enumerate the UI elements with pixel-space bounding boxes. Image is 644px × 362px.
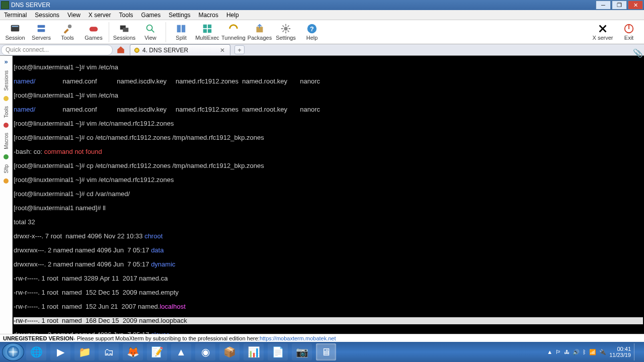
menu-sessions[interactable]: Sessions bbox=[31, 12, 63, 19]
tray-bt-icon[interactable]: ᛒ bbox=[583, 349, 586, 355]
app-icon bbox=[1, 1, 9, 9]
toolbar: Session Servers Tools Games Sessions Vie… bbox=[0, 20, 644, 44]
tb-view[interactable]: View bbox=[137, 21, 164, 44]
tray-power-icon[interactable]: 🔌 bbox=[599, 349, 606, 355]
taskbar-powerpoint[interactable]: 📊 bbox=[244, 343, 264, 360]
tb-sessions[interactable]: Sessions bbox=[111, 21, 137, 44]
svg-rect-2 bbox=[38, 25, 45, 28]
quick-connect-input[interactable]: Quick connect... bbox=[1, 45, 113, 55]
star-icon[interactable] bbox=[4, 96, 9, 101]
tray-vol-icon[interactable]: 🔊 bbox=[573, 349, 580, 355]
window-title: DNS SERVER bbox=[11, 2, 596, 9]
menu-help[interactable]: Help bbox=[222, 12, 243, 19]
tb-tools[interactable]: Tools bbox=[54, 21, 80, 44]
tb-tunneling[interactable]: Tunneling bbox=[220, 21, 247, 44]
menu-settings[interactable]: Settings bbox=[165, 12, 194, 19]
sidebar-sftp[interactable]: Sftp bbox=[4, 164, 9, 173]
tb-help[interactable]: ?Help bbox=[299, 21, 325, 44]
close-button[interactable]: ✕ bbox=[628, 1, 643, 10]
taskbar-zoom[interactable]: 📷 bbox=[292, 343, 312, 360]
start-button[interactable] bbox=[2, 343, 24, 361]
taskbar-media[interactable]: ▶ bbox=[50, 343, 70, 360]
svg-rect-1 bbox=[12, 26, 19, 27]
taskbar-app2[interactable]: 📝 bbox=[147, 343, 167, 360]
menubar: Terminal Sessions View X server Tools Ga… bbox=[0, 10, 644, 20]
svg-rect-13 bbox=[203, 29, 207, 33]
tb-exit[interactable]: Exit bbox=[616, 21, 642, 44]
system-tray[interactable]: ▲ 🏳 🖧 🔊 ᛒ 📶 🔌 00:41 11/23/19 bbox=[544, 343, 642, 360]
purchase-link[interactable]: https://mobaxterm.mobatek.net bbox=[260, 335, 336, 341]
taskbar-vbox[interactable]: 📦 bbox=[219, 343, 239, 360]
tb-split[interactable]: Split bbox=[168, 21, 194, 44]
menu-terminal[interactable]: Terminal bbox=[0, 12, 31, 19]
svg-rect-11 bbox=[203, 25, 207, 28]
tb-packages[interactable]: Packages bbox=[247, 21, 273, 44]
terminal[interactable]: [root@linuxterminal1 ~]# vim /etc/na nam… bbox=[13, 56, 644, 334]
svg-text:?: ? bbox=[310, 25, 314, 33]
tab-status-icon bbox=[134, 48, 139, 53]
sidebar: » Sessions Tools Macros Sftp bbox=[0, 56, 13, 334]
taskbar-explorer[interactable]: 📁 bbox=[74, 343, 95, 360]
svg-rect-14 bbox=[208, 29, 211, 33]
tb-multiexec[interactable]: MultiExec bbox=[194, 21, 220, 44]
taskbar-firefox[interactable]: 🦊 bbox=[123, 343, 143, 360]
macros-icon[interactable] bbox=[4, 154, 9, 159]
taskbar-chrome[interactable]: ◉ bbox=[195, 343, 215, 360]
tb-session[interactable]: Session bbox=[2, 21, 28, 44]
tray-up-icon[interactable]: ▲ bbox=[547, 349, 552, 355]
paperclip-icon[interactable]: 📎 bbox=[633, 48, 643, 58]
tab-dns-server[interactable]: 4. DNS SERVER ✕ bbox=[130, 44, 230, 55]
tb-servers[interactable]: Servers bbox=[28, 21, 54, 44]
taskbar-app1[interactable]: 🗂 bbox=[99, 343, 119, 360]
unregistered-label: UNREGISTERED VERSION bbox=[3, 335, 73, 341]
tray-flag-icon[interactable]: 🏳 bbox=[555, 349, 561, 355]
tb-settings[interactable]: Settings bbox=[273, 21, 299, 44]
selected-line: -rw-r-----. 1 root named 168 Dec 15 2009… bbox=[14, 317, 643, 324]
menu-xserver[interactable]: X server bbox=[85, 12, 115, 19]
show-desktop[interactable] bbox=[634, 343, 639, 360]
tabstrip: Quick connect... 4. DNS SERVER ✕ + bbox=[0, 44, 644, 56]
home-tab[interactable] bbox=[114, 44, 128, 55]
status-bar: UNREGISTERED VERSION - Please support Mo… bbox=[0, 334, 644, 342]
taskbar-ie[interactable]: 🌐 bbox=[26, 343, 46, 360]
titlebar: DNS SERVER ─ ❐ ✕ bbox=[0, 0, 644, 10]
tab-title: 4. DNS SERVER bbox=[142, 47, 219, 54]
tray-wifi-icon[interactable]: 📶 bbox=[589, 349, 596, 355]
tab-close-icon[interactable]: ✕ bbox=[219, 47, 226, 54]
taskbar-pdf[interactable]: 📄 bbox=[268, 343, 288, 360]
tools-icon[interactable] bbox=[4, 123, 9, 128]
menu-macros[interactable]: Macros bbox=[195, 12, 222, 19]
minimize-button[interactable]: ─ bbox=[596, 1, 611, 10]
svg-rect-3 bbox=[38, 29, 45, 32]
maximize-button[interactable]: ❐ bbox=[612, 1, 627, 10]
svg-rect-12 bbox=[208, 25, 211, 28]
menu-tools[interactable]: Tools bbox=[115, 12, 137, 19]
menu-view[interactable]: View bbox=[63, 12, 85, 19]
sidebar-expand[interactable]: » bbox=[4, 58, 8, 65]
sidebar-tools[interactable]: Tools bbox=[4, 106, 9, 118]
svg-rect-5 bbox=[90, 27, 98, 31]
svg-rect-10 bbox=[182, 25, 185, 33]
sidebar-macros[interactable]: Macros bbox=[4, 133, 9, 149]
taskbar: 🌐 ▶ 📁 🗂 🦊 📝 ▲ ◉ 📦 📊 📄 📷 🖥 ▲ 🏳 🖧 🔊 ᛒ 📶 🔌 … bbox=[0, 342, 644, 362]
new-tab-button[interactable]: + bbox=[234, 45, 245, 54]
menu-games[interactable]: Games bbox=[137, 12, 165, 19]
sidebar-sessions[interactable]: Sessions bbox=[4, 70, 9, 91]
svg-point-16 bbox=[284, 27, 287, 30]
taskbar-vlc[interactable]: ▲ bbox=[171, 343, 191, 360]
tray-clock[interactable]: 00:41 11/23/19 bbox=[609, 346, 631, 358]
tb-xserver[interactable]: X server bbox=[590, 21, 616, 44]
svg-point-4 bbox=[68, 25, 71, 28]
sftp-icon[interactable] bbox=[4, 178, 9, 184]
svg-rect-9 bbox=[177, 25, 181, 33]
taskbar-mobaxterm[interactable]: 🖥 bbox=[316, 343, 336, 360]
svg-rect-7 bbox=[123, 28, 128, 32]
tray-net-icon[interactable]: 🖧 bbox=[564, 349, 570, 355]
tb-games[interactable]: Games bbox=[80, 21, 107, 44]
